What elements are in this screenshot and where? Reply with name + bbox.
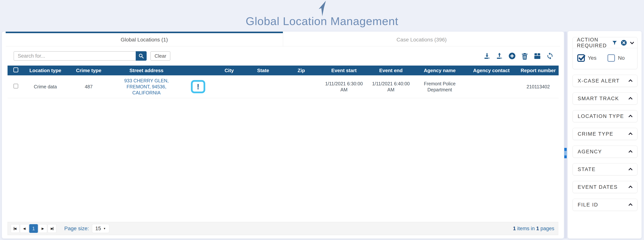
col-event-start[interactable]: Event start	[320, 66, 367, 75]
grid-action-icons	[483, 52, 554, 60]
app-logo	[0, 0, 644, 16]
section-event-dates[interactable]: EVENT DATES	[572, 181, 638, 193]
chevron-up-icon[interactable]	[628, 79, 632, 83]
section-agency[interactable]: AGENCY	[572, 146, 638, 158]
col-location-type[interactable]: Location type	[24, 66, 66, 75]
col-zip[interactable]: Zip	[282, 66, 320, 75]
action-required-options: Yes No	[573, 48, 637, 69]
cell-zip	[282, 75, 320, 98]
street-address-link[interactable]: 933 CHERRY GLEN, FREMONT, 94536, CALIFOR…	[124, 78, 168, 95]
col-street-address[interactable]: Street address	[111, 66, 182, 75]
col-city[interactable]: City	[214, 66, 244, 75]
pages-count: 1	[536, 226, 539, 231]
section-state[interactable]: STATE	[572, 163, 638, 176]
col-report-number[interactable]: Report number	[518, 66, 558, 75]
delete-trash-icon[interactable]	[521, 52, 528, 60]
first-page-button[interactable]: ◀	[11, 224, 20, 233]
cell-agency-contact	[465, 75, 518, 98]
cell-street-address: 933 CHERRY GLEN, FREMONT, 94536, CALIFOR…	[111, 75, 182, 98]
current-page-button[interactable]: 1	[29, 224, 38, 233]
action-required-card: ACTION REQUIRED Yes	[572, 37, 638, 69]
locations-table: Location type Crime type Street address …	[2, 66, 564, 222]
tab-case-locations-label: Case Locations (396)	[396, 37, 447, 43]
chevron-up-icon[interactable]	[628, 168, 632, 172]
chevron-up-icon[interactable]	[628, 115, 632, 119]
previous-page-icon: ◀	[23, 227, 26, 230]
chevron-up-icon[interactable]	[628, 150, 632, 154]
previous-page-button[interactable]: ◀	[20, 224, 29, 233]
yes-checkbox[interactable]	[577, 54, 585, 62]
exclamation-icon: !	[197, 83, 199, 90]
search-input[interactable]	[14, 51, 136, 61]
cell-city	[214, 75, 244, 98]
page-header: Global Location Management	[0, 0, 644, 28]
first-page-icon: ◀	[14, 227, 16, 230]
cell-location-type: Crime data	[24, 75, 66, 98]
section-smart-track[interactable]: SMART TRACK	[572, 92, 638, 104]
chevron-up-icon[interactable]	[628, 186, 632, 190]
filter-funnel-icon[interactable]	[612, 40, 618, 46]
col-agency-contact[interactable]: Agency contact	[465, 66, 518, 75]
archive-box-icon[interactable]	[533, 52, 541, 60]
page-size-select[interactable]: 15 ▼	[92, 224, 109, 233]
col-crime-type[interactable]: Crime type	[66, 66, 111, 75]
download-icon[interactable]	[483, 52, 491, 60]
upload-icon[interactable]	[496, 52, 503, 60]
cell-report-number: 210113402	[518, 75, 558, 98]
section-crime-type[interactable]: CRIME TYPE	[572, 128, 638, 140]
chevron-down-icon[interactable]	[630, 40, 634, 44]
filter-sections: X-CASE ALERT SMART TRACK LOCATION TYPE C…	[568, 75, 642, 211]
page-title: Global Location Management	[0, 15, 644, 28]
section-x-case-alert[interactable]: X-CASE ALERT	[572, 75, 638, 87]
items-summary: 1 items in 1 pages	[513, 226, 554, 232]
row-select-cell	[8, 75, 24, 98]
section-file-id[interactable]: FILE ID	[572, 199, 638, 211]
pagination-footer: ◀ ◀ 1 ▶ ▶ Page size: 15 ▼ 1 items in 1 p…	[8, 222, 558, 235]
col-state[interactable]: State	[244, 66, 282, 75]
next-page-button[interactable]: ▶	[38, 224, 47, 233]
header-select-all-cell	[8, 66, 24, 75]
refresh-icon[interactable]	[546, 52, 554, 60]
yes-label: Yes	[588, 55, 596, 61]
tabstrip: Global Locations (1) Case Locations (396…	[6, 32, 560, 46]
splitter-drag-handle[interactable]	[564, 148, 567, 158]
checkmark-icon	[578, 54, 586, 62]
panel-splitter	[564, 32, 567, 238]
action-required-icons	[612, 39, 633, 46]
section-location-type[interactable]: LOCATION TYPE	[572, 110, 638, 122]
add-circle-icon[interactable]	[508, 52, 516, 60]
chevron-up-icon[interactable]	[628, 132, 632, 136]
paper-plane-logo-icon	[316, 1, 328, 16]
pager: ◀ ◀ 1 ▶ ▶	[11, 224, 56, 233]
main-panel: Global Locations (1) Case Locations (396…	[2, 32, 564, 238]
cell-event-start: 1/11/2021 6:30:00 AM	[320, 75, 367, 98]
clear-filter-icon[interactable]	[620, 39, 627, 46]
search-group: Clear	[14, 51, 170, 61]
page-size-label: Page size:	[64, 226, 89, 232]
cell-state	[244, 75, 282, 98]
row-checkbox[interactable]	[14, 84, 18, 88]
cell-event-end: 1/11/2021 6:40:00 AM	[367, 75, 414, 98]
no-checkbox[interactable]	[608, 54, 615, 62]
grid-toolbar: Clear	[2, 46, 564, 66]
tab-global-locations[interactable]: Global Locations (1)	[6, 32, 283, 46]
col-event-end[interactable]: Event end	[367, 66, 414, 75]
search-button[interactable]	[136, 51, 147, 61]
col-agency-name[interactable]: Agency name	[414, 66, 465, 75]
caret-down-icon: ▼	[103, 227, 106, 230]
table-header: Location type Crime type Street address …	[8, 66, 558, 75]
clear-button[interactable]: Clear	[150, 51, 170, 61]
last-page-button[interactable]: ▶	[48, 224, 56, 233]
last-page-bar-icon	[53, 227, 53, 230]
page-size-value: 15	[95, 226, 101, 232]
chevron-up-icon[interactable]	[628, 97, 632, 101]
chevron-up-icon[interactable]	[628, 203, 632, 207]
no-option: No	[608, 54, 625, 62]
action-required-alert-button[interactable]: !	[191, 80, 205, 93]
action-required-header: ACTION REQUIRED	[573, 37, 637, 48]
next-page-icon: ▶	[42, 227, 44, 230]
tab-case-locations[interactable]: Case Locations (396)	[283, 32, 560, 46]
cell-alert: !	[182, 75, 214, 98]
table-row: Crime data 487 933 CHERRY GLEN, FREMONT,…	[8, 75, 558, 98]
select-all-checkbox[interactable]	[14, 68, 18, 72]
